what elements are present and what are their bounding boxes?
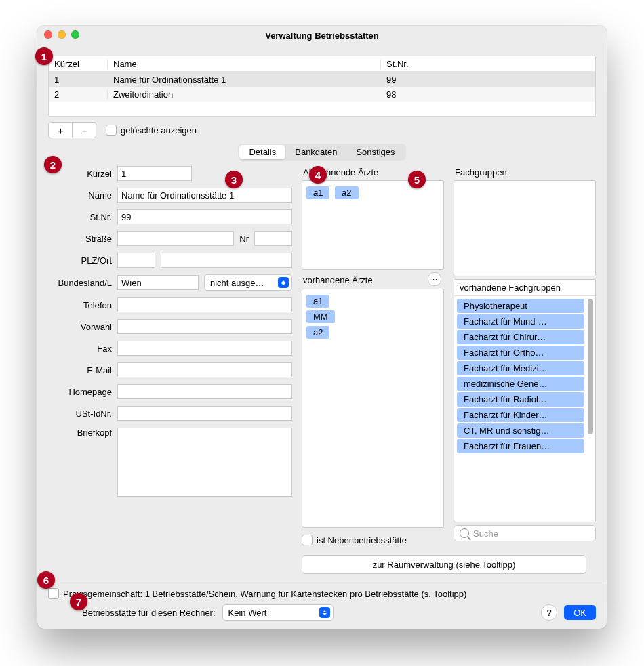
list-item[interactable]: MM — [306, 310, 335, 323]
table-row[interactable]: 1 Name für Ordinationsstätte 1 99 — [49, 72, 595, 87]
vorhandene-fachgruppen-panel: vorhandene Fachgruppen Physiotherapeut F… — [454, 279, 596, 522]
praxisgemeinschaft-checkbox[interactable]: Praxisgemeinschaft: 1 Betriebsstätte/Sch… — [48, 588, 466, 599]
table-row[interactable]: 2 Zweitordination 98 — [49, 87, 595, 102]
tab-details[interactable]: Details — [239, 145, 285, 159]
list-item[interactable]: Physiotherapeut — [457, 299, 584, 313]
list-item[interactable]: a2 — [306, 326, 329, 339]
annotation-badge-6: 6 — [37, 571, 55, 589]
show-deleted-checkbox[interactable]: gelöschte anzeigen — [106, 125, 197, 136]
name-field[interactable]: Name für Ordinationsstätte 1 — [117, 188, 292, 203]
label-vorwahl: Vorwahl — [48, 322, 112, 332]
search-icon — [460, 528, 469, 538]
more-doctors-button[interactable]: ··· — [428, 272, 441, 286]
list-item[interactable]: Facharzt für Frauen… — [457, 439, 584, 453]
checkbox-icon — [106, 125, 117, 136]
window: Verwaltung Betriebsstätten Kürzel Name S… — [37, 26, 607, 629]
checkbox-icon — [302, 535, 313, 545]
tabbar: Details Bankdaten Sonstiges — [238, 144, 405, 161]
briefkopf-field[interactable] — [117, 428, 292, 497]
fachgruppen-search[interactable]: Suche — [454, 525, 596, 541]
annotation-badge-4: 4 — [309, 166, 327, 184]
annotation-badge-7: 7 — [70, 593, 87, 610]
list-item[interactable]: Facharzt für Mund-… — [457, 314, 584, 329]
plus-icon: ＋ — [56, 125, 66, 136]
details-form: Kürzel 1 Name Name für Ordinationsstätte… — [48, 166, 292, 574]
minimize-icon[interactable] — [58, 30, 66, 39]
land-dropdown-value: nicht ausge… — [210, 278, 275, 288]
list-item[interactable]: Facharzt für Ortho… — [457, 346, 584, 360]
list-item[interactable]: medizinische Gene… — [457, 377, 584, 391]
label-telefon: Telefon — [48, 300, 112, 310]
homepage-field[interactable] — [117, 384, 292, 399]
add-remove-group: ＋ － — [48, 122, 96, 138]
list-item[interactable]: a2 — [335, 186, 358, 199]
label-nr: Nr — [239, 234, 249, 244]
vorhandene-fachgruppen-header[interactable]: vorhandene Fachgruppen — [454, 280, 595, 296]
ellipsis-icon: ··· — [432, 276, 436, 283]
annotation-badge-1: 1 — [35, 47, 53, 65]
nr-field[interactable] — [254, 231, 292, 246]
plz-field[interactable] — [117, 253, 155, 268]
label-plzort: PLZ/Ort — [48, 255, 112, 266]
close-icon[interactable] — [44, 30, 52, 39]
help-button[interactable]: ? — [541, 604, 557, 621]
ort-field[interactable] — [161, 253, 292, 268]
th-name[interactable]: Name — [108, 59, 381, 69]
chevron-updown-icon — [319, 607, 330, 618]
vorhandene-aerzte-list[interactable]: a1 MM a2 — [302, 289, 444, 528]
vorhandene-fachgruppen-list[interactable]: Physiotherapeut Facharzt für Mund-… Fach… — [454, 296, 595, 456]
list-item[interactable]: Facharzt für Kinder… — [457, 408, 584, 422]
label-strasse: Straße — [48, 234, 112, 244]
telefon-field[interactable] — [117, 297, 292, 312]
vorwahl-field[interactable] — [117, 319, 292, 334]
list-item[interactable]: CT, MR und sonstig… — [457, 423, 584, 438]
divider — [37, 581, 607, 581]
label-bundesland: Bundesland/L — [48, 278, 112, 288]
checkbox-icon — [48, 588, 59, 599]
bundesland-field[interactable]: Wien — [117, 275, 199, 290]
label-homepage: Homepage — [48, 387, 112, 397]
ustid-field[interactable] — [117, 406, 292, 421]
annotation-badge-2: 2 — [44, 156, 62, 173]
sites-table[interactable]: Kürzel Name St.Nr. 1 Name für Ordination… — [48, 56, 596, 117]
strasse-field[interactable] — [117, 231, 234, 246]
chevron-updown-icon — [278, 277, 289, 288]
add-button[interactable]: ＋ — [48, 122, 73, 138]
table-header: Kürzel Name St.Nr. — [49, 56, 595, 72]
label-name: Name — [48, 190, 112, 201]
fax-field[interactable] — [117, 341, 292, 356]
tab-sonstiges[interactable]: Sonstiges — [346, 145, 404, 159]
label-ustid: USt-IdNr. — [48, 409, 112, 419]
list-item[interactable]: a1 — [306, 186, 329, 199]
land-dropdown[interactable]: nicht ausge… — [204, 274, 292, 291]
ok-button[interactable]: OK — [564, 605, 596, 620]
th-stnr[interactable]: St.Nr. — [381, 59, 595, 69]
label-stnr: St.Nr. — [48, 212, 112, 222]
fachgruppen-assigned-list[interactable] — [454, 180, 596, 276]
minus-icon: － — [79, 125, 89, 136]
list-item[interactable]: Facharzt für Radiol… — [457, 392, 584, 407]
kuerzel-field[interactable]: 1 — [117, 166, 192, 181]
help-icon: ? — [547, 608, 552, 618]
label-fax: Fax — [48, 344, 112, 354]
annotation-badge-3: 3 — [225, 171, 243, 188]
tab-bankdaten[interactable]: Bankdaten — [285, 145, 346, 159]
scrollbar[interactable] — [588, 299, 593, 434]
doctors-column: Abrechnende Ärzte a1 a2 vorhandene Ärzte… — [302, 166, 444, 574]
remove-button[interactable]: － — [73, 122, 96, 138]
traffic-lights — [44, 30, 79, 39]
list-item[interactable]: Facharzt für Chirur… — [457, 330, 584, 344]
window-title: Verwaltung Betriebsstätten — [265, 30, 379, 41]
fachgruppen-title: Fachgruppen — [454, 166, 596, 178]
rechner-select[interactable]: Kein Wert — [222, 604, 334, 621]
stnr-field[interactable]: 99 — [117, 209, 292, 224]
vorhandene-aerzte-title: vorhandene Ärzte — [302, 274, 374, 285]
th-kuerzel[interactable]: Kürzel — [49, 59, 108, 69]
show-deleted-label: gelöschte anzeigen — [121, 125, 197, 136]
email-field[interactable] — [117, 362, 292, 377]
list-item[interactable]: Facharzt für Medizi… — [457, 361, 584, 375]
list-item[interactable]: a1 — [306, 295, 329, 308]
nebenbetriebsstaette-checkbox[interactable]: ist Nebenbetriebsstätte — [302, 535, 444, 545]
abrechnende-list[interactable]: a1 a2 — [302, 180, 444, 270]
zoom-icon[interactable] — [71, 30, 79, 39]
